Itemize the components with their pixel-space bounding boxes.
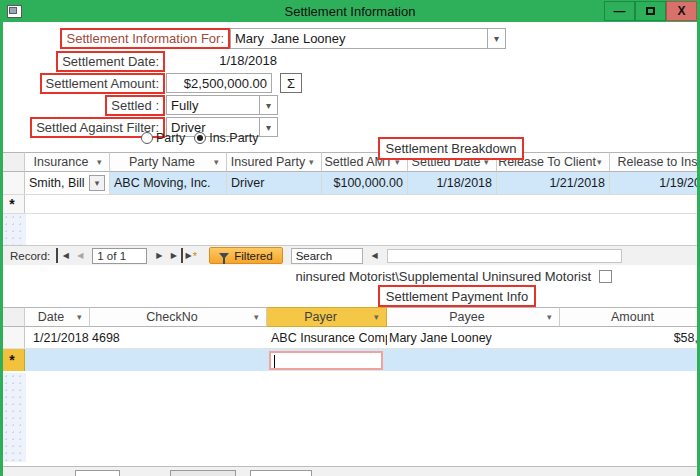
settled-value: Fully xyxy=(167,98,259,113)
column-dropdown-icon[interactable]: ▾ xyxy=(77,312,89,322)
column-header-checkno[interactable]: CheckNo▾ xyxy=(90,307,267,327)
payer-cell[interactable]: ABC Insurance Comp xyxy=(267,327,387,348)
release-to-ins-cell[interactable]: 1/19/20 xyxy=(610,172,700,194)
column-dropdown-icon[interactable]: ▾ xyxy=(374,312,386,322)
selector-column-background xyxy=(3,373,26,462)
search-input[interactable] xyxy=(291,248,363,264)
filter-funnel-icon xyxy=(219,253,229,259)
ins-party-radio[interactable] xyxy=(194,132,206,144)
column-header-release-to-ins[interactable]: Release to Ins xyxy=(610,152,700,172)
search-box-partial[interactable] xyxy=(250,470,312,476)
info-for-label: Settlement Information For: xyxy=(60,28,230,49)
party-name-cell[interactable]: ABC Moving, Inc. xyxy=(110,172,227,194)
new-record-row-selector[interactable]: * xyxy=(0,349,25,371)
ins-party-radio-label: Ins.Party xyxy=(209,131,258,145)
info-for-label-row: Settlement Information For: xyxy=(0,28,230,49)
settlement-amount-field[interactable]: $2,500,000.00 xyxy=(166,73,272,93)
column-dropdown-icon[interactable]: ▾ xyxy=(547,312,559,322)
settled-label: Settled : xyxy=(105,95,165,116)
column-header-date[interactable]: Date▾ xyxy=(25,307,90,327)
column-dropdown-icon[interactable]: ▾ xyxy=(214,157,226,167)
payment-header-row: Date▾ CheckNo▾ Payer▾ Payee▾ Amount xyxy=(0,307,700,327)
settled-label-row: Settled : xyxy=(0,95,165,115)
settlement-information-window: Settlement Information — X Settlement In… xyxy=(0,0,700,476)
party-radio[interactable] xyxy=(141,132,153,144)
filter-button-partial[interactable] xyxy=(170,470,236,476)
party-radio-group: Party Ins.Party xyxy=(141,131,259,145)
payment-grid: Date▾ CheckNo▾ Payer▾ Payee▾ Amount 1/21… xyxy=(0,307,700,371)
settlement-amount-label: Settlement Amount: xyxy=(40,73,165,94)
breakdown-new-row[interactable]: * xyxy=(0,195,700,214)
uninsured-motorist-checkbox[interactable] xyxy=(599,270,612,283)
chevron-down-icon[interactable]: ▾ xyxy=(259,118,277,136)
minimize-button[interactable]: — xyxy=(604,1,635,21)
column-dropdown-icon[interactable]: ▾ xyxy=(309,157,321,167)
breakdown-empty-area xyxy=(0,214,700,245)
column-dropdown-icon[interactable]: ▾ xyxy=(597,157,609,167)
amount-label-row: Settlement Amount: xyxy=(0,73,165,93)
settled-combo[interactable]: Fully ▾ xyxy=(166,95,278,115)
payment-new-row[interactable]: * xyxy=(0,349,700,371)
insured-party-cell[interactable]: Driver xyxy=(227,172,322,194)
payee-cell[interactable]: Mary Jane Looney xyxy=(387,327,560,348)
chevron-down-icon[interactable]: ▾ xyxy=(89,175,105,191)
column-header-insured-party[interactable]: Insured Party▾ xyxy=(227,152,322,172)
payment-empty-area xyxy=(0,373,700,466)
chevron-down-icon[interactable]: ▾ xyxy=(259,96,277,114)
column-header-party-name[interactable]: Party Name▾ xyxy=(110,152,227,172)
last-record-button[interactable]: ▶ xyxy=(167,248,183,263)
settlement-info-for-combo[interactable]: Mary Jane Looney ▾ xyxy=(230,28,506,49)
payer-entry-field[interactable] xyxy=(269,351,383,370)
scroll-left-icon[interactable]: ◀ xyxy=(367,248,383,263)
row-selector[interactable] xyxy=(0,327,25,348)
new-record-row-selector[interactable]: * xyxy=(0,195,25,213)
previous-record-button[interactable]: ◀ xyxy=(72,248,88,263)
first-record-button[interactable]: ◀ xyxy=(56,248,72,263)
settlement-breakdown-title: Settlement Breakdown xyxy=(378,137,524,160)
column-header-amount[interactable]: Amount xyxy=(560,307,700,327)
new-row-empty-cells[interactable] xyxy=(25,195,700,213)
record-position-box-partial[interactable] xyxy=(75,470,120,476)
party-radio-label: Party xyxy=(156,131,185,145)
chevron-down-icon[interactable]: ▾ xyxy=(487,29,505,48)
date-cell[interactable]: 1/21/2018 xyxy=(25,327,90,348)
date-label-row: Settlement Date: xyxy=(0,52,165,70)
settlement-payment-info-title: Settlement Payment Info xyxy=(378,285,536,307)
column-dropdown-icon[interactable]: ▾ xyxy=(254,312,266,322)
column-dropdown-icon[interactable]: ▾ xyxy=(97,157,109,167)
breakdown-header-row: Insurance▾ Party Name▾ Insured Party▾ Se… xyxy=(0,152,700,172)
amount-cell[interactable]: $58, xyxy=(560,327,700,348)
filtered-button[interactable]: Filtered xyxy=(209,247,282,264)
insurance-cell[interactable]: Smith, Bill▾ xyxy=(25,172,110,194)
new-record-button[interactable]: ▶* xyxy=(183,248,199,263)
window-border-left xyxy=(0,0,3,476)
row-selector-header[interactable] xyxy=(0,152,25,172)
window-title: Settlement Information xyxy=(0,4,700,19)
next-record-button[interactable]: ▶ xyxy=(151,248,167,263)
maximize-button[interactable] xyxy=(635,1,666,21)
selector-column-background xyxy=(3,214,26,245)
settled-amt-cell[interactable]: $100,000.00 xyxy=(322,172,408,194)
column-header-insurance[interactable]: Insurance▾ xyxy=(25,152,110,172)
payment-row[interactable]: 1/21/2018 4698 ABC Insurance Comp Mary J… xyxy=(0,327,700,349)
new-record-icon: * xyxy=(9,355,14,365)
release-to-client-cell[interactable]: 1/21/2018 xyxy=(497,172,610,194)
settlement-date-field[interactable]: 1/18/2018 xyxy=(165,53,277,70)
settled-date-cell[interactable]: 1/18/2018 xyxy=(408,172,497,194)
close-button[interactable]: X xyxy=(666,1,697,21)
column-header-payer[interactable]: Payer▾ xyxy=(267,307,387,327)
close-icon: X xyxy=(677,4,685,18)
record-position-box[interactable]: 1 of 1 xyxy=(92,248,147,264)
sum-button[interactable]: Σ xyxy=(280,73,302,93)
text-cursor xyxy=(274,355,275,368)
titlebar: Settlement Information — X xyxy=(0,0,700,22)
row-selector-header[interactable] xyxy=(0,307,25,327)
checkno-cell[interactable]: 4698 xyxy=(90,327,267,348)
horizontal-scrollbar[interactable] xyxy=(387,249,622,263)
record-navigation-bar: Record: ◀ ◀ 1 of 1 ▶ ▶ ▶* Filtered ◀ xyxy=(0,245,700,265)
breakdown-row[interactable]: Smith, Bill▾ ABC Moving, Inc. Driver $10… xyxy=(0,172,700,195)
row-selector[interactable] xyxy=(0,172,25,194)
column-header-payee[interactable]: Payee▾ xyxy=(387,307,560,327)
maximize-icon xyxy=(646,7,655,15)
new-record-icon: * xyxy=(9,199,14,209)
